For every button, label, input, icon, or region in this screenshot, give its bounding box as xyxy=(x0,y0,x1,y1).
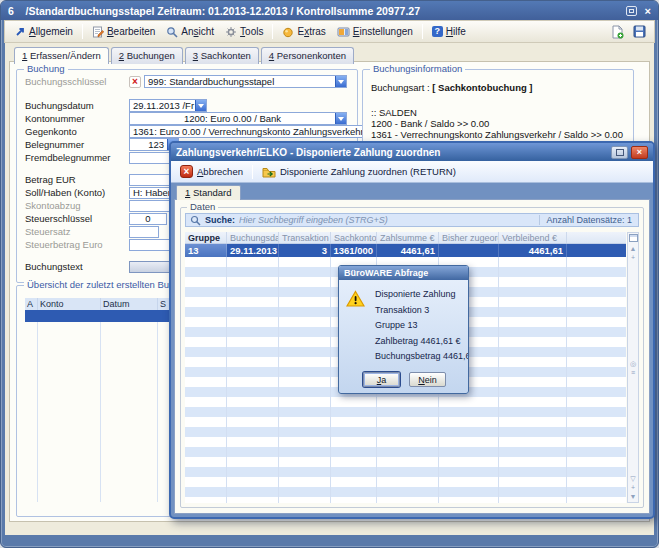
assign-icon xyxy=(262,166,276,178)
table-row-selected[interactable]: 13 29.11.2013 /Fr 3 1361/000 4461,61 446… xyxy=(185,244,626,257)
toolbar-separator xyxy=(252,165,253,179)
maximize-icon[interactable] xyxy=(626,6,637,16)
menu-separator xyxy=(422,24,423,39)
menu-separator xyxy=(82,24,83,39)
edit-icon xyxy=(92,26,104,38)
gegenkonto-combo[interactable]: 1361: Euro 0.00 / Verrechnungskonto Zahl… xyxy=(129,125,379,138)
ja-button[interactable]: Ja xyxy=(363,372,400,387)
nein-button[interactable]: Nein xyxy=(409,372,446,387)
window-titlebar: 6 /Standardbuchungsstapel Zeitraum: 01.2… xyxy=(1,1,658,20)
scroll-add-icon[interactable]: + xyxy=(631,483,635,492)
warning-icon xyxy=(346,290,365,307)
dropdown-icon[interactable] xyxy=(335,113,346,124)
scroll-menu-icon[interactable]: ≡ xyxy=(631,368,635,377)
tab-sachkonten[interactable]: 3 Sachkonten xyxy=(185,47,259,64)
close-icon[interactable]: × xyxy=(645,6,651,16)
msgbox-titlebar: BüroWARE Abfrage xyxy=(339,266,468,280)
groupbox-title: Buchung xyxy=(24,64,68,74)
field-buchungsschluessel: Buchungsschlüssel × 999: Standardbuchung… xyxy=(25,75,347,88)
msgbox-line: Gruppe 13 xyxy=(375,318,469,334)
groupbox-title: Buchungsinformation xyxy=(370,64,465,74)
msgbox-text: Disponierte Zahlung Transaktion 3 Gruppe… xyxy=(375,287,469,365)
dialog-title: Zahlungsverkehr/ELKO - Disponierte Zahlu… xyxy=(176,147,608,158)
menu-allgemein[interactable]: Allgemein xyxy=(10,24,78,39)
msgbox-line: Transaktion 3 xyxy=(375,303,469,319)
settings-icon xyxy=(337,26,350,38)
record-count: Anzahl Datensätze: 1 xyxy=(539,215,634,225)
main-tabs: 1 Erfassen/Ändern 2 Buchungen 3 Sachkont… xyxy=(14,47,354,64)
dialog-toolbar: × Abbrechen Disponierte Zahlung zuordnen… xyxy=(171,161,653,183)
clear-icon[interactable]: × xyxy=(129,76,141,88)
search-bar[interactable]: Suche: Hier Suchbegriff eingeben (STRG+S… xyxy=(185,213,639,227)
tab-buchungen[interactable]: 2 Buchungen xyxy=(111,47,183,64)
scroll-target-icon[interactable]: ◎ xyxy=(630,359,636,368)
dropdown-icon[interactable] xyxy=(335,76,346,87)
table-scrollbar[interactable]: ▲ + ◎ ≡ ▽ + ▼ xyxy=(627,232,639,503)
menu-hilfe[interactable]: ? Hilfe xyxy=(427,24,471,39)
msgbox-line: Zahlbetrag 4461,61 € xyxy=(375,334,469,350)
search-label: Suche: xyxy=(205,215,235,225)
zuordnen-button[interactable]: Disponierte Zahlung zuordnen (RETURN) xyxy=(258,165,460,179)
field-gegenkonto: Gegenkonto 1361: Euro 0.00 / Verrechnung… xyxy=(25,125,347,138)
app-window: 6 /Standardbuchungsstapel Zeitraum: 01.2… xyxy=(0,0,659,548)
new-document-icon[interactable] xyxy=(611,25,624,39)
dispo-table: Gruppe Buchungsdatum Transaktion Sachkon… xyxy=(185,232,626,257)
menu-extras[interactable]: Extras xyxy=(277,24,330,40)
saldo-line: 1361 - Verrechnungskonto Zahlungsverkehr… xyxy=(371,129,625,140)
menu-tools[interactable]: Tools xyxy=(220,24,268,40)
tab-personenkonten[interactable]: 4 Personenkonten xyxy=(261,47,354,64)
dialog-titlebar: Zahlungsverkehr/ELKO - Disponierte Zahlu… xyxy=(171,143,653,161)
tab-standard[interactable]: 1 Standard xyxy=(176,185,241,200)
window-title: 6 /Standardbuchungsstapel Zeitraum: 01.2… xyxy=(8,5,626,17)
msgbox-buttons: Ja Nein xyxy=(363,372,446,387)
search-placeholder: Hier Suchbegriff eingeben (STRG+S) xyxy=(239,215,535,225)
msgbox-line: Disponierte Zahlung xyxy=(375,287,469,303)
steuerschluessel-input[interactable]: 0 xyxy=(129,213,167,225)
menu-separator xyxy=(272,24,273,39)
msgbox-line: Buchungsbetrag 4461,61 € xyxy=(375,349,469,365)
scroll-add-icon[interactable]: + xyxy=(631,253,635,262)
menu-bearbeiten[interactable]: Bearbeiten xyxy=(87,24,160,40)
kontonummer-combo[interactable]: 1200: Euro 0.00 / Bank xyxy=(129,112,347,125)
table-header: Gruppe Buchungsdatum Transaktion Sachkon… xyxy=(185,232,626,244)
menubar: Allgemein Bearbeiten Ansicht Tools Extra… xyxy=(4,20,655,43)
help-icon: ? xyxy=(432,26,443,37)
save-icon[interactable] xyxy=(633,25,646,38)
column-chooser-icon[interactable] xyxy=(629,234,638,242)
field-kontonummer: Kontonummer 1200: Euro 0.00 / Bank xyxy=(25,112,347,125)
extras-icon xyxy=(282,26,294,38)
arrow-ne-icon xyxy=(15,26,26,37)
steuersatz-input[interactable] xyxy=(129,226,159,238)
saldo-line: 1200 - Bank / Saldo >> 0.00 xyxy=(371,118,625,129)
tab-erfassen-aendern[interactable]: 1 Erfassen/Ändern xyxy=(14,47,109,64)
groupbox-title: Daten xyxy=(187,202,218,212)
abbrechen-button[interactable]: × Abbrechen xyxy=(176,164,247,179)
dialog-close-icon[interactable]: × xyxy=(631,146,648,159)
scroll-up-icon[interactable]: ▲ xyxy=(630,244,637,253)
gear-icon xyxy=(225,26,237,38)
buchungsschluessel-combo[interactable]: 999: Standardbuchungsstapel xyxy=(144,75,347,88)
buchungsart-line: Buchungsart : [ Sachkontobuchung ] xyxy=(371,82,625,93)
dialog-maximize-icon[interactable] xyxy=(611,146,628,159)
magnifier-icon xyxy=(166,26,178,38)
menu-ansicht[interactable]: Ansicht xyxy=(161,24,219,40)
scroll-down-icon[interactable]: ▽ xyxy=(630,474,635,483)
menu-einstellungen[interactable]: Einstellungen xyxy=(332,24,418,40)
salden-header: :: SALDEN xyxy=(371,107,625,118)
field-buchungsdatum: Buchungsdatum 29.11.2013 /Fr xyxy=(25,99,347,112)
dropdown-icon[interactable] xyxy=(195,100,206,111)
bueroware-abfrage-msgbox: BüroWARE Abfrage Disponierte Zahlung Tra… xyxy=(338,265,469,394)
cancel-x-icon: × xyxy=(180,165,193,178)
buchungsdatum-combo[interactable]: 29.11.2013 /Fr xyxy=(129,99,207,112)
search-icon xyxy=(190,215,201,226)
scroll-end-icon[interactable]: ▼ xyxy=(630,492,637,501)
msgbox-body: Disponierte Zahlung Transaktion 3 Gruppe… xyxy=(339,280,468,394)
